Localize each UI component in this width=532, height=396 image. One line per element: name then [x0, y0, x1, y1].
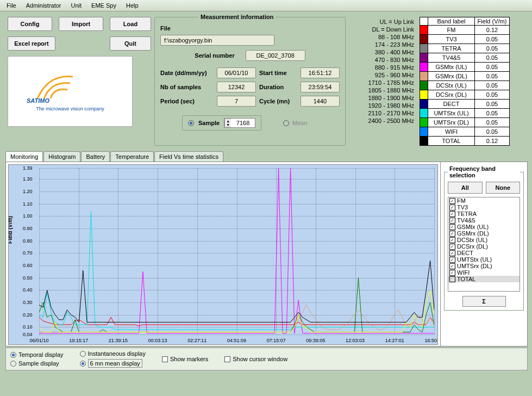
list-item[interactable]: ✓TV3: [448, 204, 520, 211]
table-row: WIFI0.05: [420, 127, 510, 137]
list-item[interactable]: ✓GSMtx (UL): [448, 224, 520, 230]
tab-temperature[interactable]: Temperature: [110, 151, 154, 162]
tabs: Monitoring Histogram Battery Temperature…: [5, 151, 532, 162]
table-row: GSMtx (UL)0.05: [420, 63, 510, 72]
date-field: 06/01/10: [217, 67, 256, 78]
tab-battery[interactable]: Battery: [81, 151, 110, 162]
per-field: 7: [217, 96, 256, 107]
menu-file[interactable]: File: [2, 1, 21, 10]
table-row: UMTStx (UL)0.05: [420, 109, 510, 118]
menu-bar: File Administrator Unit EME Spy Help: [0, 0, 532, 11]
show-markers-check[interactable]: [162, 356, 168, 362]
list-item[interactable]: ✓DCStx (UL): [448, 237, 520, 243]
table-row: TETRA0.05: [420, 44, 510, 53]
instant-radio[interactable]: [80, 351, 86, 357]
all-button[interactable]: All: [448, 182, 483, 194]
table-row: UMTSrx (DL)0.05: [420, 118, 510, 127]
dur-label: Duration: [259, 84, 297, 90]
table-row: TV30.05: [420, 35, 510, 44]
date-label: Date (dd/mm/yy): [160, 70, 214, 76]
list-item[interactable]: ✓WIFI: [448, 269, 520, 276]
list-item[interactable]: ✓GSMrx (DL): [448, 230, 520, 237]
quit-button[interactable]: Quit: [110, 36, 151, 51]
cyc-field: 1440: [301, 96, 340, 107]
y-axis-label: Field (V/m): [8, 216, 13, 244]
list-item[interactable]: ✓UMTStx (UL): [448, 256, 520, 263]
measurement-panel: Measurement information File f:\szabogyo…: [154, 17, 346, 146]
nb-label: Nb of samples: [160, 84, 214, 90]
file-label: File: [160, 25, 221, 32]
chart[interactable]: Field (V/m) 0.040.100.200.300.400.500.60…: [8, 164, 438, 345]
band-table: Band labelField (V/m) FM0.12TV30.05TETRA…: [420, 17, 510, 146]
menu-eme-spy[interactable]: EME Spy: [87, 1, 121, 10]
config-button[interactable]: Config: [8, 17, 52, 31]
list-item[interactable]: ✓UMTSrx (DL): [448, 263, 520, 269]
list-item[interactable]: ✓TV4&5: [448, 217, 520, 224]
table-row: DECT0.05: [420, 100, 510, 109]
list-item[interactable]: ✓DCSrx (DL): [448, 243, 520, 250]
logo: SATIMO The microwave vision company: [8, 56, 133, 127]
serial-field: DE_002_3708: [246, 50, 305, 61]
freq-ranges: UL = Up Link DL = Down Link 88 - 108 MHz…: [349, 17, 416, 146]
display-options: Temporal display Sample display Instanta…: [5, 348, 528, 370]
dur-field: 23:59:54: [301, 82, 340, 92]
nb-field: 12342: [217, 82, 256, 92]
start-label: Start time: [259, 70, 297, 76]
band-checklist[interactable]: ✓FM✓TV3✓TETRA✓TV4&5✓GSMtx (UL)✓GSMrx (DL…: [448, 197, 520, 292]
excel-report-button[interactable]: Excel report: [8, 36, 55, 51]
none-button[interactable]: None: [486, 182, 521, 194]
tab-field-vs-time[interactable]: Field Vs time statistics: [154, 151, 223, 162]
plot-area: Field (V/m) 0.040.100.200.300.400.500.60…: [5, 162, 528, 346]
list-item[interactable]: ✓TETRA: [448, 211, 520, 217]
cyc-label: Cycle (mn): [259, 98, 297, 104]
list-item[interactable]: ✓DECT: [448, 250, 520, 256]
list-item[interactable]: TOTAL: [448, 276, 520, 282]
sample-label: Sample: [198, 120, 220, 126]
load-button[interactable]: Load: [110, 17, 151, 31]
tab-histogram[interactable]: Histogram: [43, 151, 80, 162]
table-row: DCStx (UL)0.05: [420, 81, 510, 90]
sample-spinner[interactable]: ▲▼ 7168: [224, 118, 255, 128]
mean-label: Mean: [292, 120, 308, 126]
sixmn-radio[interactable]: [80, 361, 86, 367]
svg-text:SATIMO: SATIMO: [27, 97, 49, 104]
menu-unit[interactable]: Unit: [67, 1, 86, 10]
table-row: TV4&50.05: [420, 53, 510, 63]
sample-display-radio[interactable]: [10, 361, 16, 367]
menu-administrator[interactable]: Administrator: [22, 1, 66, 10]
temporal-radio[interactable]: [10, 352, 16, 358]
serial-label: Serial number: [195, 52, 234, 59]
menu-help[interactable]: Help: [122, 1, 143, 10]
table-row: FM0.12: [420, 26, 510, 35]
file-field[interactable]: f:\szabogyorgy.bin: [160, 35, 274, 46]
mean-radio[interactable]: [283, 120, 289, 126]
import-button[interactable]: Import: [59, 17, 103, 31]
logo-tagline: The microwave vision company: [36, 106, 104, 112]
table-row: GSMrx (DL)0.05: [420, 72, 510, 81]
list-item[interactable]: ✓FM: [448, 197, 520, 204]
freq-band-selection: Frequency band selection All None ✓FM✓TV…: [444, 165, 524, 311]
show-cursor-check[interactable]: [224, 356, 230, 362]
table-row: DCSrx (DL)0.05: [420, 90, 510, 100]
tab-monitoring[interactable]: Monitoring: [5, 151, 43, 162]
start-field: 16:51:12: [301, 67, 340, 78]
sample-radio[interactable]: [188, 120, 194, 126]
sigma-button[interactable]: Σ: [462, 296, 506, 307]
per-label: Period (sec): [160, 98, 214, 104]
table-row: TOTAL0.12: [420, 137, 510, 146]
measurement-title: Measurement information: [198, 14, 276, 20]
